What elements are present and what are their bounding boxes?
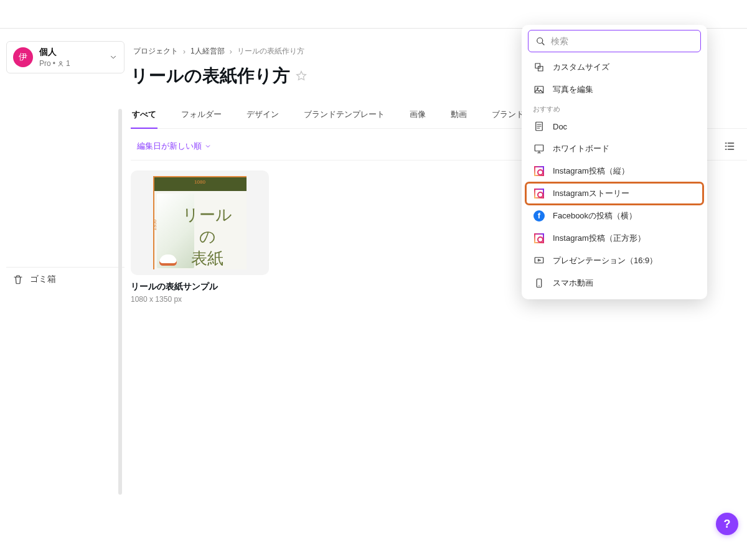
dd-label: プレゼンテーション（16:9） [553, 255, 657, 266]
design-meta: 1080 x 1350 px [131, 295, 269, 304]
dd-label: ホワイトボード [553, 143, 609, 154]
dd-label: 写真を編集 [553, 84, 593, 95]
chevron-down-icon [109, 53, 118, 62]
presentation-icon [533, 254, 545, 267]
breadcrumb-root[interactable]: プロジェクト [133, 46, 178, 57]
create-design-dropdown: カスタムサイズ 写真を編集 おすすめ Doc ホワイトボード Instagram… [522, 25, 707, 299]
whiteboard-icon [533, 142, 545, 155]
dd-label: カスタムサイズ [553, 62, 609, 73]
account-text: 個人 Pro • 1 [39, 47, 103, 68]
account-switcher[interactable]: 伊 個人 Pro • 1 [6, 41, 125, 73]
thumb-line1: リールの [176, 204, 239, 248]
account-plan: Pro [39, 59, 51, 68]
instagram-icon [533, 187, 545, 200]
dd-doc[interactable]: Doc [525, 115, 703, 138]
avatar: 伊 [13, 47, 33, 67]
svg-rect-6 [535, 145, 543, 151]
thumb-line2: 表紙 [176, 248, 239, 269]
svg-rect-1 [535, 63, 540, 68]
search-icon [535, 35, 546, 47]
dd-edit-photo[interactable]: 写真を編集 [525, 78, 703, 101]
dropdown-search[interactable] [528, 30, 701, 52]
account-members: 1 [66, 59, 70, 68]
svg-rect-2 [538, 67, 543, 72]
view-toggle [723, 140, 736, 152]
search-input[interactable] [551, 36, 694, 46]
thumb-dim-w: 1080 [194, 179, 205, 185]
tab-brand-template[interactable]: ブランドテンプレート [303, 105, 386, 128]
dd-label: Instagram投稿（縦） [553, 166, 629, 177]
svg-rect-7 [535, 258, 543, 263]
account-name: 個人 [39, 47, 103, 58]
design-title: リールの表紙サンプル [131, 281, 269, 292]
dd-section-label: おすすめ [525, 101, 703, 115]
svg-point-9 [538, 286, 540, 287]
phone-icon [533, 277, 545, 289]
svg-point-0 [537, 38, 543, 44]
tab-image[interactable]: 画像 [408, 105, 427, 128]
account-meta: Pro • 1 [39, 59, 103, 68]
dd-label: Instagramストーリー [553, 188, 629, 199]
sidebar-bottom: ゴミ箱 [6, 267, 125, 291]
sidebar-item-trash[interactable]: ゴミ箱 [6, 267, 125, 291]
scrollbar-hint [118, 109, 122, 495]
svg-point-4 [537, 88, 538, 89]
dd-instagram-square[interactable]: Instagram投稿（正方形） [525, 227, 703, 250]
chevron-right-icon: › [230, 47, 232, 56]
dd-label: Instagram投稿（正方形） [553, 233, 646, 244]
facebook-icon [533, 210, 545, 222]
instagram-icon [533, 165, 545, 177]
sort-dropdown[interactable]: 編集日が新しい順 [137, 141, 212, 152]
dd-whiteboard[interactable]: ホワイトボード [525, 138, 703, 160]
tab-design[interactable]: デザイン [245, 105, 280, 128]
chevron-down-icon [204, 142, 212, 150]
dd-label: Doc [553, 122, 567, 131]
dot-sep: • [53, 59, 55, 68]
trash-icon [12, 274, 24, 285]
star-icon[interactable] [295, 70, 308, 82]
sort-label: 編集日が新しい順 [137, 141, 202, 152]
design-thumbnail: 1080 1350 リールの 表紙 [131, 170, 269, 275]
thumb-label: リールの 表紙 [172, 195, 243, 266]
breadcrumb-current: リールの表紙作り方 [237, 46, 304, 57]
tab-all[interactable]: すべて [131, 105, 157, 129]
dd-facebook-post[interactable]: Facebookの投稿（横） [525, 205, 703, 227]
dd-phone-video[interactable]: スマホ動画 [525, 272, 703, 294]
members-icon [57, 60, 64, 67]
page-title: リールの表紙作り方 [131, 64, 290, 88]
tab-video[interactable]: 動画 [449, 105, 468, 128]
design-card[interactable]: 1080 1350 リールの 表紙 リールの表紙サンプル 1080 x 1350… [131, 170, 269, 304]
custom-size-icon [533, 61, 545, 73]
list-view-icon[interactable] [723, 140, 736, 152]
chevron-right-icon: › [183, 47, 186, 56]
thumb-graphic: 1080 1350 リールの 表紙 [153, 176, 247, 269]
trash-label: ゴミ箱 [30, 274, 56, 285]
dd-custom-size[interactable]: カスタムサイズ [525, 56, 703, 78]
instagram-icon [533, 232, 545, 245]
tab-folder[interactable]: フォルダー [180, 105, 223, 128]
dd-instagram-story[interactable]: Instagramストーリー [525, 182, 703, 205]
help-button[interactable]: ? [716, 513, 738, 535]
dd-label: Facebookの投稿（横） [553, 210, 637, 222]
dd-instagram-portrait[interactable]: Instagram投稿（縦） [525, 160, 703, 182]
photo-icon [533, 83, 545, 96]
dd-presentation[interactable]: プレゼンテーション（16:9） [525, 250, 703, 272]
doc-icon [533, 120, 545, 133]
dd-label: スマホ動画 [553, 278, 593, 289]
sidebar: 伊 個人 Pro • 1 ゴミ箱 [0, 29, 131, 304]
breadcrumb-mid[interactable]: 1人経営部 [190, 46, 225, 57]
